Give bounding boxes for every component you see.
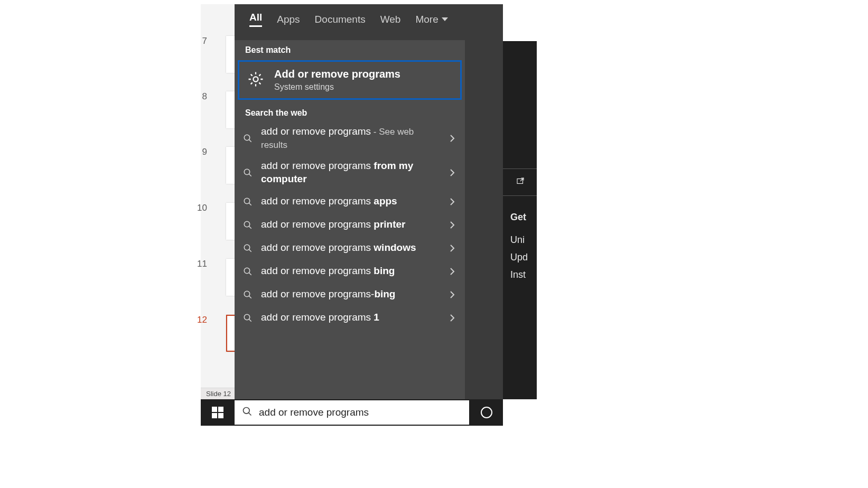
- cortana-button[interactable]: [470, 399, 503, 426]
- best-match-subtitle: System settings: [274, 82, 400, 92]
- svg-point-19: [244, 408, 250, 414]
- web-result[interactable]: add or remove programs apps: [235, 190, 465, 213]
- cortana-icon: [481, 407, 492, 418]
- svg-line-18: [520, 178, 524, 181]
- svg-point-9: [244, 245, 250, 250]
- web-result[interactable]: add or remove programs bing: [235, 260, 465, 283]
- chevron-right-icon[interactable]: [448, 221, 456, 229]
- tab-documents[interactable]: Documents: [315, 14, 366, 25]
- chevron-right-icon[interactable]: [448, 290, 456, 299]
- chevron-right-icon[interactable]: [448, 267, 456, 276]
- svg-line-6: [249, 203, 251, 205]
- search-icon: [242, 406, 253, 419]
- search-icon: [242, 313, 254, 323]
- svg-point-3: [244, 169, 250, 175]
- search-the-web-heading: Search the web: [235, 103, 465, 121]
- chevron-right-icon[interactable]: [448, 168, 456, 177]
- open-icon[interactable]: [503, 169, 537, 195]
- taskbar: [201, 399, 503, 426]
- search-input[interactable]: [259, 407, 462, 418]
- search-icon: [242, 220, 254, 230]
- svg-point-13: [244, 291, 250, 297]
- search-icon: [242, 197, 254, 207]
- tab-apps[interactable]: Apps: [277, 14, 300, 25]
- slide-number: 8: [202, 91, 207, 102]
- web-result-text: add or remove programs 1: [261, 311, 441, 324]
- web-result-text: add or remove programs - See web results: [261, 125, 441, 151]
- svg-point-5: [244, 198, 250, 204]
- search-icon: [242, 290, 254, 299]
- web-result[interactable]: add or remove programs from my computer: [235, 155, 465, 190]
- slide-number: 11: [197, 259, 207, 269]
- svg-point-1: [244, 135, 250, 140]
- tab-more-label: More: [415, 14, 438, 25]
- tab-all[interactable]: All: [249, 12, 262, 27]
- svg-point-11: [244, 268, 250, 274]
- windows-logo-icon: [212, 407, 223, 418]
- search-results-panel: Best match Add or remove programs System…: [235, 40, 465, 399]
- web-result-text: add or remove programs apps: [261, 195, 441, 208]
- taskbar-search-box[interactable]: [235, 400, 469, 425]
- tab-more[interactable]: More: [415, 14, 447, 25]
- web-result-text: add or remove programs windows: [261, 241, 441, 255]
- detail-heading: Get: [503, 209, 537, 226]
- detail-link[interactable]: Upd: [503, 249, 537, 266]
- chevron-right-icon[interactable]: [448, 244, 456, 252]
- web-result-text: add or remove programs from my computer: [261, 159, 441, 185]
- tab-web[interactable]: Web: [380, 14, 401, 25]
- svg-point-15: [244, 314, 250, 320]
- web-result-text: add or remove programs printer: [261, 218, 441, 231]
- chevron-down-icon: [442, 17, 448, 21]
- slide-number: 7: [202, 36, 207, 46]
- svg-line-8: [249, 226, 251, 229]
- search-icon: [242, 267, 254, 276]
- chevron-right-icon[interactable]: [448, 134, 456, 143]
- svg-line-20: [249, 413, 251, 416]
- slide-number: 12: [197, 315, 207, 325]
- web-result[interactable]: add or remove programs-bing: [235, 283, 465, 306]
- search-filter-tabs: All Apps Documents Web More: [235, 4, 503, 36]
- windows-search-popup: All Apps Documents Web More Best match A…: [235, 4, 503, 399]
- web-result-text: add or remove programs bing: [261, 265, 441, 278]
- svg-line-12: [249, 273, 251, 275]
- svg-line-10: [249, 249, 251, 252]
- svg-line-2: [249, 139, 251, 142]
- web-result[interactable]: add or remove programs printer: [235, 213, 465, 237]
- best-match-heading: Best match: [235, 40, 465, 58]
- svg-line-16: [249, 319, 251, 322]
- svg-line-14: [249, 296, 251, 298]
- detail-link[interactable]: Uni: [503, 231, 537, 249]
- detail-pane-peek: Get Uni Upd Inst: [503, 41, 537, 399]
- chevron-right-icon[interactable]: [448, 314, 456, 322]
- best-match-result[interactable]: Add or remove programs System settings: [238, 60, 462, 100]
- web-result-text: add or remove programs-bing: [261, 288, 441, 301]
- status-bar-slide-indicator: Slide 12: [201, 388, 235, 399]
- web-result[interactable]: add or remove programs windows: [235, 237, 465, 260]
- slide-thumbnail-strip: 7 8 9 10 11 12: [201, 4, 235, 390]
- search-icon: [242, 134, 254, 143]
- svg-line-4: [249, 174, 251, 176]
- web-result[interactable]: add or remove programs - See web results: [235, 121, 465, 155]
- chevron-right-icon[interactable]: [448, 198, 456, 206]
- svg-point-0: [253, 77, 258, 81]
- search-icon: [242, 168, 254, 177]
- slide-number: 9: [202, 147, 207, 157]
- start-button[interactable]: [201, 399, 235, 426]
- search-icon: [242, 243, 254, 253]
- detail-link[interactable]: Inst: [503, 266, 537, 284]
- best-match-title: Add or remove programs: [274, 68, 400, 80]
- svg-point-7: [244, 221, 250, 227]
- web-result[interactable]: add or remove programs 1: [235, 306, 465, 330]
- gear-icon: [247, 70, 265, 90]
- slide-number: 10: [197, 203, 207, 213]
